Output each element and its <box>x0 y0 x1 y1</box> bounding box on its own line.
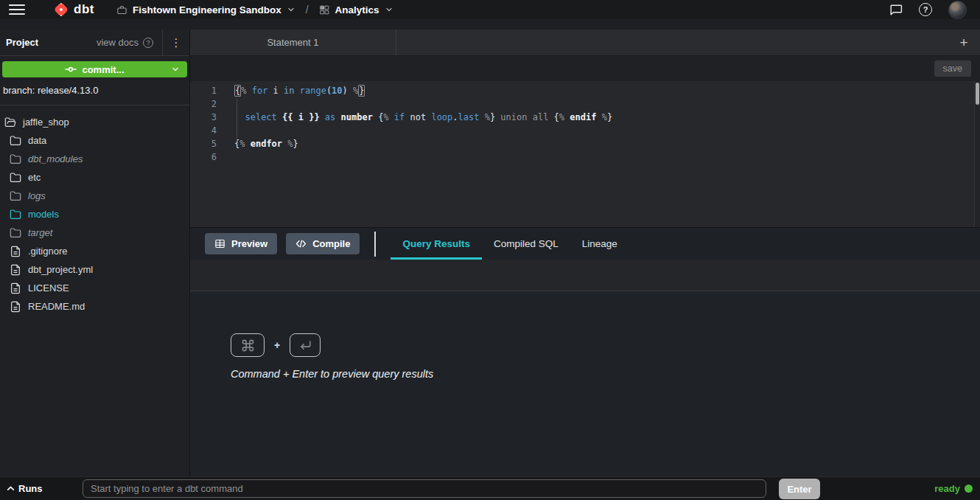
tree-item-label: dbt_project.yml <box>28 264 93 275</box>
tab-statement-1[interactable]: Statement 1 <box>190 29 396 55</box>
tree-item-label: target <box>28 227 52 238</box>
chat-icon[interactable] <box>888 2 903 17</box>
topbar-spacer <box>0 19 980 29</box>
code-line-2: 2 <box>190 97 980 111</box>
tree-item-license[interactable]: LICENSE <box>0 279 189 297</box>
tab-lineage[interactable]: Lineage <box>570 228 629 260</box>
tree-item-etc[interactable]: etc <box>0 168 189 187</box>
code-line-5: 5{% endfor %} <box>190 137 980 150</box>
tree-item-label: dbt_modules <box>28 153 83 164</box>
git-commit-icon <box>65 63 77 75</box>
chevron-down-icon <box>287 5 295 14</box>
scrollbar-thumb[interactable] <box>976 83 979 105</box>
table-icon <box>214 238 225 249</box>
toolbar-divider <box>374 232 376 257</box>
empty-state-hint: Command + Enter to preview query results <box>231 368 980 380</box>
chevron-down-icon[interactable] <box>171 65 180 74</box>
compile-label: Compile <box>312 238 350 249</box>
tree-item-models[interactable]: models <box>0 205 189 223</box>
status-dot-icon <box>965 485 973 493</box>
file-explorer-sidebar: Project view docs ? ⋮ commit... branch: … <box>0 29 190 476</box>
code-text <box>217 97 234 111</box>
editor-scrollbar[interactable] <box>974 81 980 227</box>
code-editor[interactable]: 1{% for i in range(10) %}23 select {{ i … <box>190 81 980 227</box>
results-tabs: Query ResultsCompiled SQLLineage <box>391 228 629 260</box>
project-name: Analytics <box>335 4 379 15</box>
shortcut-keys: + <box>231 333 980 357</box>
branch-label: branch: release/4.13.0 <box>2 85 187 96</box>
dbt-logo: dbt <box>53 1 94 18</box>
project-switcher[interactable]: Analytics <box>319 4 393 15</box>
plus-sign: + <box>274 339 280 351</box>
enter-button[interactable]: Enter <box>779 479 820 499</box>
tree-item-label: README.md <box>28 301 85 312</box>
code-text <box>217 150 234 164</box>
dbt-command-input[interactable] <box>83 479 766 498</box>
briefcase-icon <box>116 4 127 15</box>
help-icon[interactable]: ? <box>919 3 932 16</box>
save-button[interactable]: save <box>934 60 971 77</box>
command-status-bar: Runs Enter ready <box>0 476 980 500</box>
breadcrumb-separator: / <box>306 4 309 15</box>
results-toolbar: Preview Compile Query ResultsCompiled SQ… <box>190 227 980 260</box>
code-line-1: 1{% for i in range(10) %} <box>190 84 980 97</box>
line-number: 1 <box>190 84 217 97</box>
sidebar-header: Project view docs ? ⋮ <box>0 29 189 56</box>
tab-query-results[interactable]: Query Results <box>391 228 482 260</box>
folder-icon <box>10 135 21 147</box>
tree-item-data[interactable]: data <box>0 131 189 150</box>
tree-item-target[interactable]: target <box>0 223 189 242</box>
user-avatar[interactable] <box>948 1 967 19</box>
chevron-down-icon <box>385 5 393 14</box>
code-text <box>217 124 234 137</box>
tab-title: Statement 1 <box>267 37 318 48</box>
file-icon <box>10 301 21 313</box>
status-indicator: ready <box>934 477 973 500</box>
logo-text: dbt <box>74 2 94 17</box>
top-nav-bar: dbt Fishtown Engineering Sandbox / Analy… <box>0 0 980 19</box>
tree-item-readme-md[interactable]: README.md <box>0 297 189 316</box>
sidebar-title: Project <box>6 37 38 48</box>
hamburger-menu-icon[interactable] <box>9 4 25 15</box>
tree-item-logs[interactable]: logs <box>0 187 189 205</box>
runs-drawer-toggle[interactable]: Runs <box>6 477 43 500</box>
view-docs-link[interactable]: view docs ? <box>97 37 153 48</box>
preview-button[interactable]: Preview <box>205 233 277 254</box>
preview-label: Preview <box>231 238 267 249</box>
code-text: {% for i in range(10) %} <box>217 84 365 97</box>
chevron-up-icon <box>6 484 15 493</box>
file-icon <box>10 264 21 276</box>
kebab-menu-icon[interactable]: ⋮ <box>162 29 189 55</box>
compile-button[interactable]: Compile <box>286 233 360 254</box>
indent-guide <box>237 99 237 142</box>
tree-item-label: models <box>28 209 59 220</box>
folder-icon <box>10 153 21 165</box>
runs-label: Runs <box>18 483 43 494</box>
editor-tab-bar: Statement 1 + <box>190 29 980 56</box>
add-tab-button[interactable]: + <box>953 29 974 55</box>
results-subheader <box>190 260 980 291</box>
folder-icon <box>10 227 21 239</box>
tree-item-label: logs <box>28 190 46 201</box>
tab-compiled-sql[interactable]: Compiled SQL <box>482 228 570 260</box>
tree-item-dbt-project-yml[interactable]: dbt_project.yml <box>0 260 189 279</box>
tree-item--gitignore[interactable]: .gitignore <box>0 242 189 260</box>
line-number: 5 <box>190 137 217 150</box>
file-tree: jaffle_shopdatadbt_modulesetclogsmodelst… <box>0 105 189 476</box>
tree-item-dbt-modules[interactable]: dbt_modules <box>0 150 189 168</box>
code-line-6: 6 <box>190 150 980 164</box>
folder-icon <box>10 209 21 221</box>
command-keycap <box>231 333 265 357</box>
dbt-logo-icon <box>53 1 69 18</box>
file-icon <box>10 246 21 257</box>
tree-item-label: etc <box>28 172 41 183</box>
tree-item-jaffle-shop[interactable]: jaffle_shop <box>0 113 189 131</box>
folder-icon <box>10 172 21 184</box>
editor-actions-row: save <box>190 56 980 81</box>
tree-item-label: LICENSE <box>28 282 69 294</box>
account-switcher[interactable]: Fishtown Engineering Sandbox <box>116 4 295 15</box>
line-number: 3 <box>190 111 217 124</box>
grid-icon <box>319 4 330 15</box>
code-text: select {{ i }} as number {% if not loop.… <box>217 111 612 124</box>
commit-button[interactable]: commit... <box>2 61 187 77</box>
